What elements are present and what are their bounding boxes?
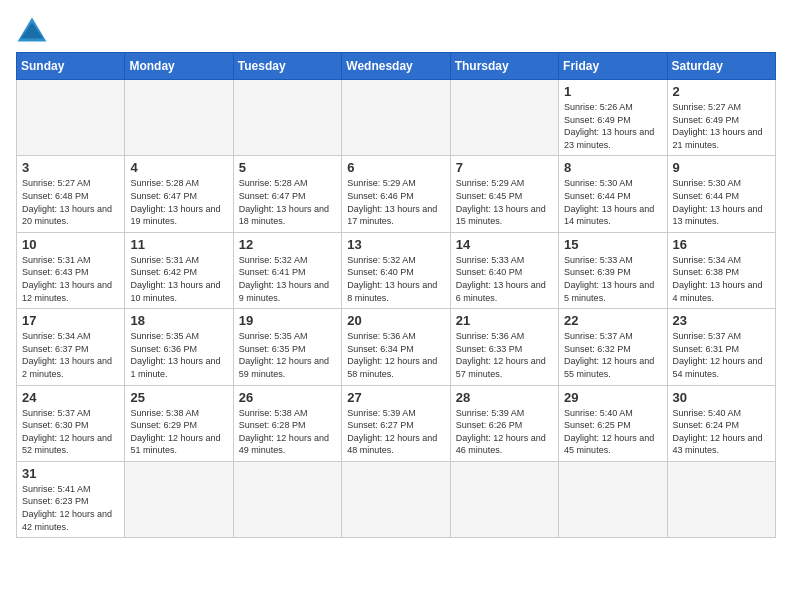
calendar-cell: 26Sunrise: 5:38 AM Sunset: 6:28 PM Dayli… xyxy=(233,385,341,461)
calendar-week-5: 24Sunrise: 5:37 AM Sunset: 6:30 PM Dayli… xyxy=(17,385,776,461)
day-number: 15 xyxy=(564,237,661,252)
generalblue-logo-icon xyxy=(16,16,48,44)
svg-marker-1 xyxy=(21,22,43,38)
calendar-cell: 7Sunrise: 5:29 AM Sunset: 6:45 PM Daylig… xyxy=(450,156,558,232)
day-info: Sunrise: 5:35 AM Sunset: 6:36 PM Dayligh… xyxy=(130,330,227,380)
calendar-cell: 25Sunrise: 5:38 AM Sunset: 6:29 PM Dayli… xyxy=(125,385,233,461)
day-info: Sunrise: 5:31 AM Sunset: 6:43 PM Dayligh… xyxy=(22,254,119,304)
calendar-cell xyxy=(233,461,341,537)
day-number: 25 xyxy=(130,390,227,405)
day-number: 12 xyxy=(239,237,336,252)
day-info: Sunrise: 5:32 AM Sunset: 6:40 PM Dayligh… xyxy=(347,254,444,304)
day-header-monday: Monday xyxy=(125,53,233,80)
day-number: 6 xyxy=(347,160,444,175)
calendar-cell: 21Sunrise: 5:36 AM Sunset: 6:33 PM Dayli… xyxy=(450,309,558,385)
day-info: Sunrise: 5:37 AM Sunset: 6:31 PM Dayligh… xyxy=(673,330,770,380)
day-number: 11 xyxy=(130,237,227,252)
day-number: 20 xyxy=(347,313,444,328)
calendar-cell: 17Sunrise: 5:34 AM Sunset: 6:37 PM Dayli… xyxy=(17,309,125,385)
calendar: SundayMondayTuesdayWednesdayThursdayFrid… xyxy=(16,52,776,538)
calendar-cell: 27Sunrise: 5:39 AM Sunset: 6:27 PM Dayli… xyxy=(342,385,450,461)
day-header-sunday: Sunday xyxy=(17,53,125,80)
day-number: 9 xyxy=(673,160,770,175)
day-number: 7 xyxy=(456,160,553,175)
day-number: 19 xyxy=(239,313,336,328)
calendar-cell: 12Sunrise: 5:32 AM Sunset: 6:41 PM Dayli… xyxy=(233,232,341,308)
calendar-cell: 3Sunrise: 5:27 AM Sunset: 6:48 PM Daylig… xyxy=(17,156,125,232)
day-number: 17 xyxy=(22,313,119,328)
day-info: Sunrise: 5:28 AM Sunset: 6:47 PM Dayligh… xyxy=(239,177,336,227)
day-number: 22 xyxy=(564,313,661,328)
day-number: 30 xyxy=(673,390,770,405)
day-number: 18 xyxy=(130,313,227,328)
day-header-wednesday: Wednesday xyxy=(342,53,450,80)
day-info: Sunrise: 5:28 AM Sunset: 6:47 PM Dayligh… xyxy=(130,177,227,227)
calendar-cell: 24Sunrise: 5:37 AM Sunset: 6:30 PM Dayli… xyxy=(17,385,125,461)
day-number: 31 xyxy=(22,466,119,481)
calendar-cell: 10Sunrise: 5:31 AM Sunset: 6:43 PM Dayli… xyxy=(17,232,125,308)
day-number: 3 xyxy=(22,160,119,175)
day-info: Sunrise: 5:30 AM Sunset: 6:44 PM Dayligh… xyxy=(564,177,661,227)
day-number: 27 xyxy=(347,390,444,405)
day-header-tuesday: Tuesday xyxy=(233,53,341,80)
calendar-cell: 9Sunrise: 5:30 AM Sunset: 6:44 PM Daylig… xyxy=(667,156,775,232)
day-info: Sunrise: 5:40 AM Sunset: 6:25 PM Dayligh… xyxy=(564,407,661,457)
day-info: Sunrise: 5:30 AM Sunset: 6:44 PM Dayligh… xyxy=(673,177,770,227)
day-info: Sunrise: 5:29 AM Sunset: 6:46 PM Dayligh… xyxy=(347,177,444,227)
calendar-cell: 13Sunrise: 5:32 AM Sunset: 6:40 PM Dayli… xyxy=(342,232,450,308)
day-info: Sunrise: 5:29 AM Sunset: 6:45 PM Dayligh… xyxy=(456,177,553,227)
day-info: Sunrise: 5:41 AM Sunset: 6:23 PM Dayligh… xyxy=(22,483,119,533)
day-info: Sunrise: 5:32 AM Sunset: 6:41 PM Dayligh… xyxy=(239,254,336,304)
calendar-cell xyxy=(450,461,558,537)
calendar-cell: 20Sunrise: 5:36 AM Sunset: 6:34 PM Dayli… xyxy=(342,309,450,385)
day-number: 23 xyxy=(673,313,770,328)
day-number: 24 xyxy=(22,390,119,405)
calendar-cell xyxy=(233,80,341,156)
day-info: Sunrise: 5:33 AM Sunset: 6:39 PM Dayligh… xyxy=(564,254,661,304)
calendar-cell: 18Sunrise: 5:35 AM Sunset: 6:36 PM Dayli… xyxy=(125,309,233,385)
calendar-cell: 16Sunrise: 5:34 AM Sunset: 6:38 PM Dayli… xyxy=(667,232,775,308)
calendar-week-6: 31Sunrise: 5:41 AM Sunset: 6:23 PM Dayli… xyxy=(17,461,776,537)
day-number: 16 xyxy=(673,237,770,252)
calendar-cell: 22Sunrise: 5:37 AM Sunset: 6:32 PM Dayli… xyxy=(559,309,667,385)
calendar-cell: 2Sunrise: 5:27 AM Sunset: 6:49 PM Daylig… xyxy=(667,80,775,156)
calendar-cell xyxy=(342,461,450,537)
day-number: 4 xyxy=(130,160,227,175)
calendar-cell: 14Sunrise: 5:33 AM Sunset: 6:40 PM Dayli… xyxy=(450,232,558,308)
day-number: 14 xyxy=(456,237,553,252)
day-number: 8 xyxy=(564,160,661,175)
calendar-cell: 31Sunrise: 5:41 AM Sunset: 6:23 PM Dayli… xyxy=(17,461,125,537)
day-header-friday: Friday xyxy=(559,53,667,80)
day-info: Sunrise: 5:36 AM Sunset: 6:33 PM Dayligh… xyxy=(456,330,553,380)
day-info: Sunrise: 5:31 AM Sunset: 6:42 PM Dayligh… xyxy=(130,254,227,304)
calendar-cell: 8Sunrise: 5:30 AM Sunset: 6:44 PM Daylig… xyxy=(559,156,667,232)
calendar-cell xyxy=(559,461,667,537)
calendar-cell xyxy=(342,80,450,156)
day-info: Sunrise: 5:27 AM Sunset: 6:48 PM Dayligh… xyxy=(22,177,119,227)
calendar-cell: 28Sunrise: 5:39 AM Sunset: 6:26 PM Dayli… xyxy=(450,385,558,461)
day-number: 2 xyxy=(673,84,770,99)
day-info: Sunrise: 5:27 AM Sunset: 6:49 PM Dayligh… xyxy=(673,101,770,151)
calendar-week-2: 3Sunrise: 5:27 AM Sunset: 6:48 PM Daylig… xyxy=(17,156,776,232)
calendar-cell: 1Sunrise: 5:26 AM Sunset: 6:49 PM Daylig… xyxy=(559,80,667,156)
day-number: 13 xyxy=(347,237,444,252)
day-info: Sunrise: 5:34 AM Sunset: 6:37 PM Dayligh… xyxy=(22,330,119,380)
calendar-cell xyxy=(125,80,233,156)
day-info: Sunrise: 5:38 AM Sunset: 6:29 PM Dayligh… xyxy=(130,407,227,457)
calendar-cell xyxy=(450,80,558,156)
logo xyxy=(16,16,52,44)
day-header-thursday: Thursday xyxy=(450,53,558,80)
day-info: Sunrise: 5:37 AM Sunset: 6:32 PM Dayligh… xyxy=(564,330,661,380)
day-info: Sunrise: 5:35 AM Sunset: 6:35 PM Dayligh… xyxy=(239,330,336,380)
day-info: Sunrise: 5:37 AM Sunset: 6:30 PM Dayligh… xyxy=(22,407,119,457)
calendar-cell: 5Sunrise: 5:28 AM Sunset: 6:47 PM Daylig… xyxy=(233,156,341,232)
day-info: Sunrise: 5:39 AM Sunset: 6:26 PM Dayligh… xyxy=(456,407,553,457)
calendar-cell: 23Sunrise: 5:37 AM Sunset: 6:31 PM Dayli… xyxy=(667,309,775,385)
calendar-cell xyxy=(17,80,125,156)
day-info: Sunrise: 5:39 AM Sunset: 6:27 PM Dayligh… xyxy=(347,407,444,457)
day-number: 28 xyxy=(456,390,553,405)
day-info: Sunrise: 5:26 AM Sunset: 6:49 PM Dayligh… xyxy=(564,101,661,151)
calendar-week-1: 1Sunrise: 5:26 AM Sunset: 6:49 PM Daylig… xyxy=(17,80,776,156)
day-number: 1 xyxy=(564,84,661,99)
day-info: Sunrise: 5:34 AM Sunset: 6:38 PM Dayligh… xyxy=(673,254,770,304)
